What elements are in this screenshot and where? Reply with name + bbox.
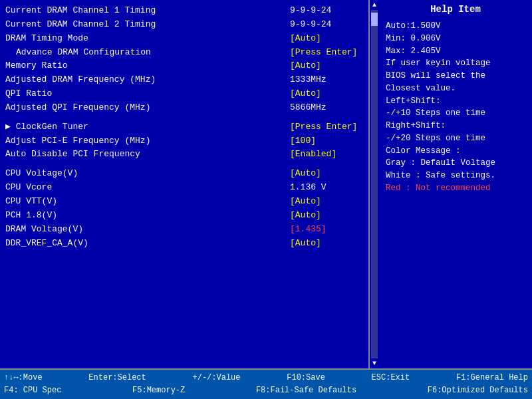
row-label-9: ▶ ClockGen Tuner xyxy=(5,121,283,134)
row-value-18: [Auto] xyxy=(283,237,363,250)
section-gap-8 xyxy=(5,115,363,120)
row-value-17: [1.435] xyxy=(283,223,363,236)
help-line-2: Max: 2.405V xyxy=(386,45,525,58)
row-label-0: Current DRAM Channel 1 Timing xyxy=(5,5,283,17)
row-value-16: [Auto] xyxy=(283,209,363,222)
row-label-1: Current DRAM Channel 2 Timing xyxy=(5,19,283,31)
row-label-17: DRAM Voltage(V) xyxy=(5,223,283,236)
row-label-5: Adjusted DRAM Frequency (MHz) xyxy=(5,74,283,86)
bottom1-item-5: F1:General Help xyxy=(456,372,528,384)
row-value-9: [Press Enter] xyxy=(283,121,363,134)
scroll-track xyxy=(371,10,378,358)
bios-row-1[interactable]: Current DRAM Channel 2 Timing9-9-9-24 xyxy=(5,18,363,32)
help-line-11: Gray : Default Voltage xyxy=(386,157,525,170)
bios-row-17[interactable]: DRAM Voltage(V)[1.435] xyxy=(5,223,363,237)
row-value-14: 1.136 V xyxy=(283,182,363,194)
row-value-7: 5866MHz xyxy=(283,102,363,114)
help-content: Auto:1.500VMin: 0.906VMax: 2.405VIf user… xyxy=(386,20,525,195)
bios-row-9[interactable]: ▶ ClockGen Tuner[Press Enter] xyxy=(5,120,363,134)
row-label-16: PCH 1.8(V) xyxy=(5,209,283,222)
main-area: Current DRAM Channel 1 Timing9-9-9-24Cur… xyxy=(0,0,532,368)
help-line-3: If user keyin voltage xyxy=(386,57,525,70)
right-panel: Help Item Auto:1.500VMin: 0.906VMax: 2.4… xyxy=(379,0,532,368)
row-value-2: [Auto] xyxy=(283,33,363,45)
bios-row-15[interactable]: CPU VTT(V)[Auto] xyxy=(5,195,363,209)
row-value-0: 9-9-9-24 xyxy=(283,5,363,17)
row-value-15: [Auto] xyxy=(283,196,363,208)
bios-row-18[interactable]: DDR_VREF_CA_A(V)[Auto] xyxy=(5,237,363,251)
bios-row-0[interactable]: Current DRAM Channel 1 Timing9-9-9-24 xyxy=(5,4,363,18)
bios-row-10[interactable]: Adjust PCI-E Frequency (MHz)[100] xyxy=(5,134,363,148)
help-line-0: Auto:1.500V xyxy=(386,20,525,33)
bottom-bar: ↑↓↔:MoveEnter:Select+/-/:ValueF10:SaveES… xyxy=(0,368,532,399)
row-value-6: [Auto] xyxy=(283,88,363,100)
bottom2-item-0: F4: CPU Spec xyxy=(4,384,61,397)
help-line-6: Left+Shift: xyxy=(386,95,525,108)
row-value-13: [Auto] xyxy=(283,168,363,180)
row-value-4: [Auto] xyxy=(283,60,363,72)
bottom1-item-1: Enter:Select xyxy=(88,372,146,384)
scroll-up-arrow[interactable]: ▲ xyxy=(372,1,376,9)
row-label-11: Auto Disable PCI Frequency xyxy=(5,148,283,161)
help-line-7: -/+10 Steps one time xyxy=(386,107,525,120)
bios-row-3[interactable]: Advance DRAM Configuration[Press Enter] xyxy=(5,46,363,60)
help-line-13: Red : Not recommended xyxy=(386,182,525,195)
scroll-thumb xyxy=(371,13,378,26)
bios-row-13[interactable]: CPU Voltage(V)[Auto] xyxy=(5,167,363,181)
scroll-down-arrow[interactable]: ▼ xyxy=(372,360,376,367)
row-label-15: CPU VTT(V) xyxy=(5,196,283,208)
row-label-18: DDR_VREF_CA_A(V) xyxy=(5,237,283,250)
row-label-14: CPU Vcore xyxy=(5,182,283,194)
left-section: Current DRAM Channel 1 Timing9-9-9-24Cur… xyxy=(0,0,379,368)
row-label-13: CPU Voltage(V) xyxy=(5,168,283,180)
row-value-10: [100] xyxy=(283,135,363,148)
bottom-row2: F4: CPU SpecF5:Memory-ZF8:Fail-Safe Defa… xyxy=(4,384,528,397)
bios-row-14[interactable]: CPU Vcore1.136 V xyxy=(5,181,363,195)
row-label-2: DRAM Timing Mode xyxy=(5,33,283,45)
row-label-4: Memory Ratio xyxy=(5,60,283,72)
row-label-6: QPI Ratio xyxy=(5,88,283,100)
bios-row-6[interactable]: QPI Ratio[Auto] xyxy=(5,87,363,101)
bios-screen: Current DRAM Channel 1 Timing9-9-9-24Cur… xyxy=(0,0,532,399)
bottom1-item-4: ESC:Exit xyxy=(372,372,410,384)
row-value-5: 1333MHz xyxy=(283,74,363,86)
bios-row-16[interactable]: PCH 1.8(V)[Auto] xyxy=(5,209,363,223)
help-line-8: Right+Shift: xyxy=(386,120,525,132)
bottom1-item-3: F10:Save xyxy=(287,372,325,384)
row-label-3: Advance DRAM Configuration xyxy=(5,47,283,59)
bottom2-item-3: F6:Optimized Defaults xyxy=(428,384,528,397)
bios-row-2[interactable]: DRAM Timing Mode[Auto] xyxy=(5,32,363,46)
help-title: Help Item xyxy=(386,4,525,15)
bottom-row1: ↑↓↔:MoveEnter:Select+/-/:ValueF10:SaveES… xyxy=(4,372,528,384)
row-value-11: [Enabled] xyxy=(283,148,363,161)
help-line-12: White : Safe settings. xyxy=(386,170,525,182)
bios-row-5[interactable]: Adjusted DRAM Frequency (MHz)1333MHz xyxy=(5,73,363,87)
help-line-1: Min: 0.906V xyxy=(386,33,525,45)
left-panel: Current DRAM Channel 1 Timing9-9-9-24Cur… xyxy=(0,0,370,368)
bottom2-item-1: F5:Memory-Z xyxy=(132,384,185,397)
row-label-7: Adjusted QPI Frequency (MHz) xyxy=(5,102,283,114)
bottom1-item-2: +/-/:Value xyxy=(193,372,241,384)
bios-row-4[interactable]: Memory Ratio[Auto] xyxy=(5,59,363,73)
row-value-3: [Press Enter] xyxy=(283,47,363,59)
section-gap-12 xyxy=(5,162,363,167)
bios-row-7[interactable]: Adjusted QPI Frequency (MHz)5866MHz xyxy=(5,101,363,115)
row-value-1: 9-9-9-24 xyxy=(283,19,363,31)
help-line-10: Color Message : xyxy=(386,145,525,158)
bottom1-item-0: ↑↓↔:Move xyxy=(4,372,43,384)
bios-row-11[interactable]: Auto Disable PCI Frequency[Enabled] xyxy=(5,148,363,162)
help-line-5: Closest value. xyxy=(386,82,525,95)
help-line-9: -/+20 Steps one time xyxy=(386,132,525,145)
help-line-4: BIOS will select the xyxy=(386,70,525,82)
scrollbar: ▲ ▼ xyxy=(370,0,379,368)
bottom2-item-2: F8:Fail-Safe Defaults xyxy=(256,384,356,397)
row-label-10: Adjust PCI-E Frequency (MHz) xyxy=(5,135,283,148)
